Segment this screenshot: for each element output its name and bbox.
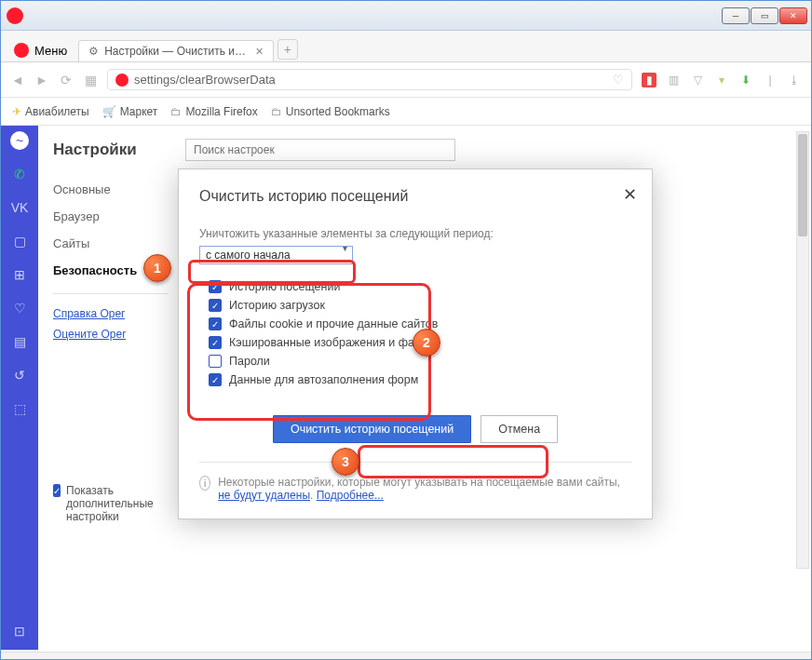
menu-button[interactable]: Меню xyxy=(7,39,74,61)
gear-icon: ⚙ xyxy=(88,45,99,58)
bookmarks-icon[interactable]: ♡ xyxy=(10,299,29,317)
sidebar-item-basic[interactable]: Основные xyxy=(53,176,169,203)
info-icon: i xyxy=(199,476,210,491)
dialog-description: Уничтожить указанные элементы за следующ… xyxy=(199,227,631,240)
bookmark-folder[interactable]: 🗀Unsorted Bookmarks xyxy=(271,105,390,118)
cancel-button[interactable]: Отмена xyxy=(480,415,558,443)
settings-search-input[interactable] xyxy=(185,139,455,161)
address-url: settings/clearBrowserData xyxy=(134,73,276,87)
history-icon[interactable]: ↺ xyxy=(10,366,29,384)
whatsapp-icon[interactable]: ✆ xyxy=(10,165,29,183)
annotation-badge-3: 3 xyxy=(332,448,359,476)
status-bar xyxy=(1,652,811,659)
divider: | xyxy=(763,73,778,88)
settings-sidebar: Настройки Основные Браузер Сайты Безопас… xyxy=(38,126,169,650)
sidebar-item-sites[interactable]: Сайты xyxy=(53,230,169,257)
plane-icon: ✈ xyxy=(12,105,21,118)
extension-icon[interactable]: ▮ xyxy=(642,73,656,88)
opera-icon xyxy=(115,74,129,87)
folder-icon: 🗀 xyxy=(170,105,182,118)
close-window-button[interactable]: ✕ xyxy=(779,7,807,24)
bookmark-item[interactable]: 🛒Маркет xyxy=(102,105,158,118)
speed-dial-icon[interactable]: ⊞ xyxy=(10,265,29,284)
cart-icon: 🛒 xyxy=(102,105,116,118)
settings-sidepanel-icon[interactable]: ⊡ xyxy=(10,622,29,640)
learn-more-link[interactable]: Подробнее... xyxy=(317,489,384,502)
messenger-icon[interactable]: ~ xyxy=(10,131,29,150)
bookmark-heart-icon[interactable]: ♡ xyxy=(613,73,624,87)
forward-icon[interactable]: ► xyxy=(34,73,49,88)
rate-link[interactable]: Оцените Oper xyxy=(53,324,169,344)
extension-icon[interactable]: ▾ xyxy=(714,73,729,88)
download-icon[interactable]: ⬇ xyxy=(738,73,753,88)
reload-icon[interactable]: ⟳ xyxy=(59,73,74,88)
address-bar: ◄ ► ⟳ ▦ settings/clearBrowserData ♡ ▮ ▥ … xyxy=(1,62,811,98)
snapshot-icon[interactable]: ▢ xyxy=(10,232,29,250)
extensions-icon[interactable]: ⬚ xyxy=(10,399,29,418)
tab-title: Настройки — Очистить и… xyxy=(104,45,246,58)
minimize-button[interactable]: ─ xyxy=(722,7,750,24)
bookmarks-bar: ✈Авиабилеты 🛒Маркет 🗀Mozilla Firefox 🗀Un… xyxy=(1,98,811,126)
annotation-badge-2: 2 xyxy=(413,329,440,357)
back-icon[interactable]: ◄ xyxy=(10,73,25,88)
opera-logo-icon xyxy=(7,7,23,24)
bookmark-folder[interactable]: 🗀Mozilla Firefox xyxy=(170,105,257,118)
speed-dial-icon[interactable]: ▦ xyxy=(83,73,98,88)
page-title: Настройки xyxy=(53,141,169,159)
scrollbar[interactable] xyxy=(796,131,809,569)
close-dialog-button[interactable]: ✕ xyxy=(623,184,637,205)
download-manager-icon[interactable]: ⭳ xyxy=(787,73,802,88)
window-titlebar: ─ ▭ ✕ xyxy=(1,1,811,31)
tab-settings[interactable]: ⚙ Настройки — Очистить и… ✕ xyxy=(78,40,274,61)
bookmark-item[interactable]: ✈Авиабилеты xyxy=(12,105,89,118)
divider xyxy=(53,293,169,294)
news-icon[interactable]: ▤ xyxy=(10,332,29,351)
scroll-thumb[interactable] xyxy=(798,134,807,236)
help-link[interactable]: Справка Oper xyxy=(53,303,169,324)
sidebar-item-browser[interactable]: Браузер xyxy=(53,203,169,230)
show-advanced-checkbox[interactable]: ✓ Показать дополнительные настройки xyxy=(53,484,169,523)
maximize-button[interactable]: ▭ xyxy=(751,7,778,24)
address-input[interactable]: settings/clearBrowserData ♡ xyxy=(107,69,632,90)
close-tab-icon[interactable]: ✕ xyxy=(255,46,264,58)
not-deleted-link[interactable]: не будут удалены xyxy=(218,489,310,502)
side-panel: ~ ✆ VK ▢ ⊞ ♡ ▤ ↺ ⬚ ⊡ xyxy=(1,126,38,650)
checkbox-checked-icon: ✓ xyxy=(53,484,61,497)
tab-strip: Меню ⚙ Настройки — Очистить и… ✕ + xyxy=(1,31,811,62)
menu-label: Меню xyxy=(34,44,67,58)
extension-icon[interactable]: ▥ xyxy=(666,73,681,88)
dialog-title: Очистить историю посещений xyxy=(199,188,631,205)
vk-icon[interactable]: VK xyxy=(10,198,29,217)
new-tab-button[interactable]: + xyxy=(277,39,298,60)
opera-icon xyxy=(14,43,29,58)
folder-icon: 🗀 xyxy=(271,105,282,118)
annotation-badge-1: 1 xyxy=(143,254,171,282)
shield-icon[interactable]: ▽ xyxy=(690,73,705,88)
